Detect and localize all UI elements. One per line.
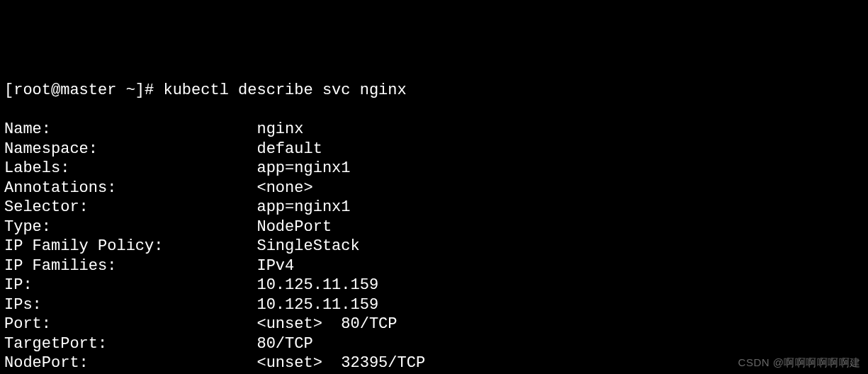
output-row: Annotations: <none> bbox=[4, 178, 864, 198]
output-value: 80/TCP bbox=[257, 335, 312, 353]
output-row: TargetPort: 80/TCP bbox=[4, 334, 864, 354]
output-key: IP Families: bbox=[4, 257, 257, 275]
output-key: Selector: bbox=[4, 198, 257, 216]
watermark-text: CSDN @啊啊啊啊啊啊建 bbox=[738, 356, 861, 370]
output-key: Port: bbox=[4, 315, 257, 333]
output-row: Selector: app=nginx1 bbox=[4, 198, 864, 217]
output-key: IP Family Policy: bbox=[4, 237, 257, 255]
output-row: IP Families: IPv4 bbox=[4, 256, 864, 276]
output-value: 10.125.11.159 bbox=[257, 276, 378, 294]
prompt-path: ~ bbox=[126, 81, 135, 99]
output-row: NodePort: <unset> 32395/TCP bbox=[4, 353, 864, 373]
output-value: 10.125.11.159 bbox=[257, 296, 378, 314]
prompt-user: root bbox=[13, 81, 51, 99]
output-key: NodePort: bbox=[4, 354, 257, 372]
output-key: Name: bbox=[4, 120, 257, 138]
output-row: Namespace: default bbox=[4, 140, 864, 159]
command-output: Name: nginxNamespace: defaultLabels: app… bbox=[4, 120, 864, 374]
output-value: <unset> 80/TCP bbox=[257, 315, 397, 333]
prompt-open: [ bbox=[4, 81, 13, 99]
output-key: Labels: bbox=[4, 159, 257, 177]
output-row: Port: <unset> 80/TCP bbox=[4, 314, 864, 334]
output-row: IP Family Policy: SingleStack bbox=[4, 237, 864, 256]
output-row: Name: nginx bbox=[4, 120, 864, 140]
output-value: nginx bbox=[257, 120, 303, 138]
output-key: Annotations: bbox=[4, 179, 257, 197]
prompt-host: master bbox=[60, 81, 116, 99]
output-key: IP: bbox=[4, 276, 257, 294]
output-value: NodePort bbox=[257, 218, 332, 236]
output-value: app=nginx1 bbox=[257, 198, 350, 216]
output-key: IPs: bbox=[4, 296, 257, 314]
output-row: IP: 10.125.11.159 bbox=[4, 276, 864, 295]
output-value: <unset> 32395/TCP bbox=[257, 354, 425, 372]
output-value: default bbox=[257, 140, 322, 158]
command-text: kubectl describe svc nginx bbox=[163, 81, 406, 99]
output-value: <none> bbox=[257, 179, 312, 197]
output-row: Type: NodePort bbox=[4, 217, 864, 237]
prompt-symbol: # bbox=[145, 81, 154, 99]
output-value: app=nginx1 bbox=[257, 159, 350, 177]
output-key: Type: bbox=[4, 218, 257, 236]
output-key: Namespace: bbox=[4, 140, 257, 158]
prompt-at: @ bbox=[51, 81, 60, 99]
output-key: TargetPort: bbox=[4, 335, 257, 353]
output-row: Labels: app=nginx1 bbox=[4, 159, 864, 178]
output-value: SingleStack bbox=[257, 237, 359, 255]
output-value: IPv4 bbox=[257, 257, 294, 275]
prompt-close: ] bbox=[135, 81, 145, 99]
command-line[interactable]: [root@master ~]# kubectl describe svc ng… bbox=[4, 81, 864, 101]
output-row: IPs: 10.125.11.159 bbox=[4, 295, 864, 315]
